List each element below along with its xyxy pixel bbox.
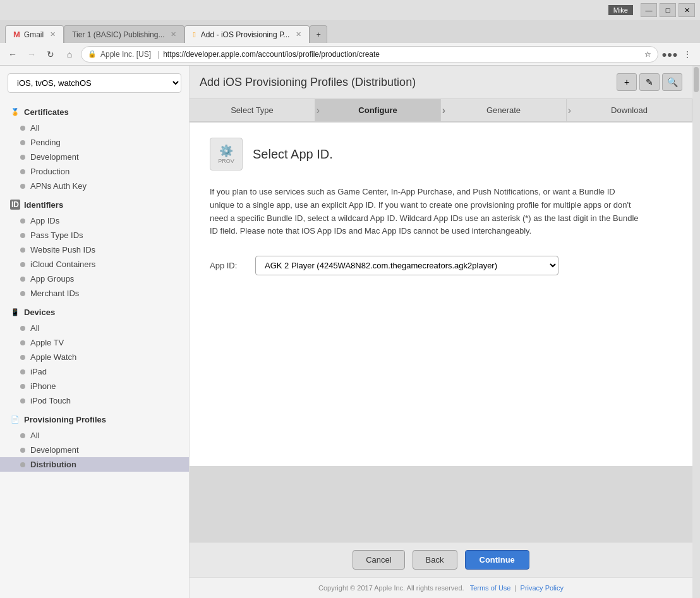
bullet-icon [20, 462, 25, 467]
provisioning-label: Provisioning Profiles [24, 415, 106, 424]
step-label: Generate [486, 105, 521, 115]
copyright-text: Copyright © 2017 Apple Inc. All rights r… [318, 584, 464, 592]
item-label: Apple Watch [30, 352, 76, 362]
sidebar-item-prov-distribution[interactable]: Distribution [0, 457, 189, 472]
sidebar-item-passtypeids[interactable]: Pass Type IDs [0, 228, 189, 242]
apple-icon:  [193, 30, 195, 39]
sidebar-item-certs-apns[interactable]: APNs Auth Key [0, 179, 189, 193]
provisioning-icon: 📄 [10, 414, 20, 424]
tab-tier1[interactable]: Tier 1 (BASIC) Publishing... ✕ [64, 25, 184, 43]
reload-button[interactable]: ↻ [43, 47, 58, 62]
devices-icon: 📱 [10, 307, 20, 317]
back-nav-button[interactable]: ← [5, 47, 20, 62]
content-area: ⚙️ PROV Select App ID. If you plan to us… [190, 123, 692, 466]
tab-label-tier1: Tier 1 (BASIC) Publishing... [72, 30, 164, 39]
tab-label-provisioning: Add - iOS Provisioning P... [201, 30, 290, 39]
sidebar-item-prov-development[interactable]: Development [0, 443, 189, 457]
item-label: All [30, 431, 39, 440]
sidebar-item-appletv[interactable]: Apple TV [0, 335, 189, 350]
sidebar-item-iphone[interactable]: iPhone [0, 379, 189, 393]
terms-link[interactable]: Terms of Use [470, 584, 511, 592]
menu-button[interactable]: ⋮ [680, 47, 695, 62]
bullet-icon [20, 140, 25, 145]
tab-close-gmail[interactable]: ✕ [50, 30, 56, 39]
cancel-button[interactable]: Cancel [353, 550, 404, 570]
tab-new[interactable]: + [310, 25, 327, 43]
sidebar-item-certs-development[interactable]: Development [0, 150, 189, 164]
tab-close-provisioning[interactable]: ✕ [296, 30, 301, 39]
bullet-icon [20, 155, 25, 160]
item-label: Pass Type IDs [30, 230, 83, 240]
continue-button[interactable]: Continue [465, 550, 529, 570]
title-bar: Mike — □ ✕ [0, 0, 700, 20]
bookmark-icon[interactable]: ☆ [644, 50, 651, 59]
sidebar-item-appgroups[interactable]: App Groups [0, 272, 189, 286]
tab-gmail[interactable]: M Gmail ✕ [5, 25, 64, 43]
sidebar: iOS, tvOS, watchOS 🏅 Certificates All Pe… [0, 66, 190, 598]
bullet-icon [20, 398, 25, 404]
copyright-bar: Copyright © 2017 Apple Inc. All rights r… [190, 577, 692, 598]
app-id-select[interactable]: AGK 2 Player (4245WA8N82.com.thegamecrea… [255, 256, 558, 275]
close-button[interactable]: ✕ [679, 3, 695, 17]
item-label: Apple TV [30, 338, 64, 347]
add-button[interactable]: + [617, 73, 637, 91]
item-label: All [30, 123, 39, 133]
platform-select[interactable]: iOS, tvOS, watchOS [8, 73, 181, 93]
privacy-link[interactable]: Privacy Policy [521, 584, 564, 592]
app-id-label: App ID: [210, 261, 248, 270]
maximize-button[interactable]: □ [660, 3, 676, 17]
sidebar-item-prov-all[interactable]: All [0, 428, 189, 443]
bullet-icon [20, 248, 25, 253]
step-tabs: Select Type Configure Generate Download [190, 99, 692, 123]
sidebar-item-merchantids[interactable]: Merchant IDs [0, 286, 189, 301]
bullet-icon [20, 369, 25, 374]
sidebar-item-ipodtouch[interactable]: iPod Touch [0, 393, 189, 408]
sidebar-item-certs-all[interactable]: All [0, 121, 189, 135]
item-label: Development [30, 445, 79, 455]
step-label: Configure [358, 105, 397, 115]
step-download[interactable]: Download [567, 99, 692, 121]
bullet-icon [20, 218, 25, 224]
minimize-button[interactable]: — [641, 3, 657, 17]
nav-bar: ← → ↻ ⌂ 🔒 Apple Inc. [US] | https://deve… [0, 43, 700, 66]
tab-close-tier1[interactable]: ✕ [171, 30, 176, 39]
item-label: Website Push IDs [30, 245, 95, 254]
tab-provisioning[interactable]:  Add - iOS Provisioning P... ✕ [184, 25, 310, 43]
address-bar[interactable]: 🔒 Apple Inc. [US] | https://developer.ap… [81, 46, 658, 63]
item-label: APNs Auth Key [30, 181, 87, 191]
bullet-icon [20, 448, 25, 453]
bullet-icon [20, 169, 25, 174]
step-select-type[interactable]: Select Type [190, 99, 315, 121]
sidebar-item-devices-all[interactable]: All [0, 321, 189, 335]
page-title: Add iOS Provisioning Profiles (Distribut… [200, 76, 416, 89]
org-label: Apple Inc. [US] [100, 50, 151, 59]
step-configure[interactable]: Configure [315, 99, 441, 121]
bullet-icon [20, 262, 25, 267]
item-label: Production [30, 167, 69, 176]
sidebar-item-appids[interactable]: App IDs [0, 213, 189, 228]
url-text: https://developer.apple.com/account/ios/… [163, 50, 641, 59]
sidebar-item-icloud[interactable]: iCloud Containers [0, 257, 189, 272]
edit-button[interactable]: ✎ [639, 73, 660, 91]
scrollbar[interactable] [692, 66, 700, 598]
identifiers-label: Identifiers [24, 200, 63, 210]
back-button[interactable]: Back [413, 550, 457, 570]
step-generate[interactable]: Generate [441, 99, 567, 121]
gmail-icon: M [13, 30, 20, 39]
nav-right: ●●● ⋮ [662, 47, 695, 62]
sidebar-item-websitepushids[interactable]: Website Push IDs [0, 242, 189, 257]
content-title: Select App ID. [253, 147, 333, 162]
sidebar-item-applewatch[interactable]: Apple Watch [0, 350, 189, 364]
home-button[interactable]: ⌂ [62, 47, 77, 62]
scroll-thumb[interactable] [694, 67, 699, 92]
provisioning-header: 📄 Provisioning Profiles [0, 410, 189, 428]
item-label: Distribution [30, 460, 76, 469]
forward-nav-button[interactable]: → [24, 47, 39, 62]
search-button[interactable]: 🔍 [662, 73, 682, 91]
sidebar-item-certs-production[interactable]: Production [0, 164, 189, 179]
sidebar-item-ipad[interactable]: iPad [0, 364, 189, 379]
sidebar-item-certs-pending[interactable]: Pending [0, 135, 189, 150]
item-label: App Groups [30, 274, 74, 284]
platform-dropdown[interactable]: iOS, tvOS, watchOS [8, 73, 181, 93]
extensions-button[interactable]: ●●● [662, 47, 677, 62]
